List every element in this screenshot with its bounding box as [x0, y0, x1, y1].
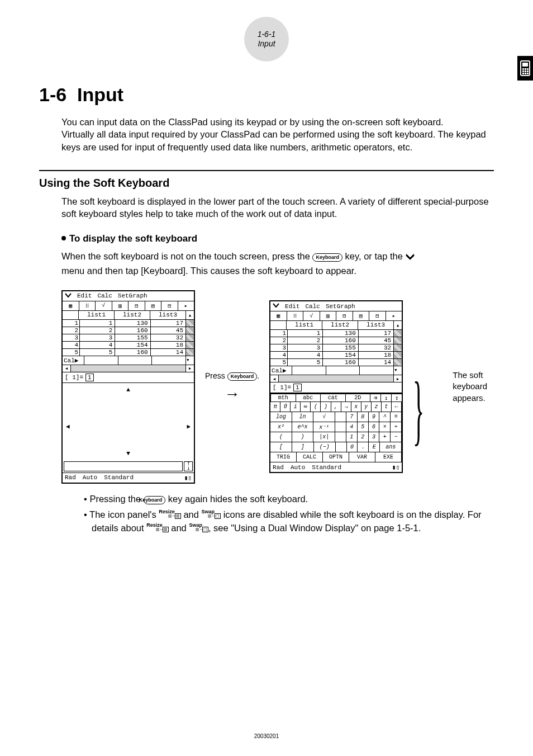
keyboard-key-icon: Keyboard	[227, 372, 258, 381]
battery-icon: ▮▯	[392, 464, 399, 471]
svg-rect-2	[522, 68, 524, 70]
tool-icon: √	[96, 301, 112, 310]
v-menu-icon	[65, 292, 72, 300]
arrow-left-icon: ◀	[66, 422, 70, 429]
tool-icon: ⁞⁞	[79, 301, 96, 310]
tool-icon: ⊟	[129, 301, 145, 310]
section-title: Using the Soft Keyboard	[39, 177, 494, 190]
calculator-icon	[520, 60, 531, 76]
resize-icon: ▥↔▥	[175, 513, 181, 519]
notes-list: Pressing the Keyboard key again hides th…	[61, 493, 494, 535]
footer-datecode: 20030201	[0, 733, 533, 739]
section-rule	[39, 170, 494, 171]
keyboard-key-icon: Keyboard	[144, 496, 166, 504]
svg-rect-7	[527, 70, 529, 72]
note-item: The icon panel's Resize▥↔▥ and Swap▥↔▢ i…	[84, 508, 494, 535]
v-menu-icon	[405, 252, 415, 264]
procedure-text: When the soft keyboard is not on the tou…	[61, 250, 494, 277]
tool-icon: ▦	[63, 301, 79, 310]
battery-icon: ▮▯	[184, 474, 192, 481]
menubar: Edit Calc SetGraph	[63, 291, 194, 301]
tool-icon: ▥	[112, 301, 129, 310]
svg-rect-9	[525, 73, 526, 74]
svg-rect-5	[522, 70, 524, 72]
down-icon: ↧	[391, 394, 402, 402]
page-header-circle: 1-6-1 Input	[244, 17, 289, 62]
swap-icon: ▥↔▢	[215, 513, 221, 519]
resize-icon: ▥↔▥	[163, 527, 169, 532]
tool-icon: ⊟	[161, 301, 178, 310]
arrow-right-icon: ▶	[187, 422, 191, 429]
svg-rect-8	[522, 73, 524, 74]
after-screen: Edit Calc SetGraph ▦⁞⁞√▥ ⊟▤⊟▸ list1 list…	[269, 300, 403, 473]
before-screen: Edit Calc SetGraph ▦ ⁞⁞ √ ▥ ⊟ ▤ ⊟ ▸ list…	[61, 290, 195, 484]
chapter-title: 1-6 Input	[39, 84, 494, 106]
up-icon: ↥	[380, 394, 392, 402]
intro-text: You can input data on the ClassPad using…	[61, 116, 494, 153]
svg-rect-1	[522, 63, 528, 67]
header-pagenum: 1-6-1	[258, 30, 276, 39]
keyboard-key-icon: Keyboard	[312, 253, 342, 262]
v-menu-icon	[273, 303, 279, 310]
close-icon: ⌫	[370, 394, 381, 402]
thumb-tab	[517, 56, 533, 81]
arrow-right-icon: →	[225, 386, 240, 402]
svg-rect-10	[527, 73, 529, 74]
procedure-heading: To display the soft keyboard	[61, 233, 494, 244]
toolbar: ▦ ⁞⁞ √ ▥ ⊟ ▤ ⊟ ▸	[63, 301, 194, 311]
svg-rect-4	[527, 68, 529, 70]
swap-icon: ▥↔▢	[202, 527, 208, 532]
soft-keyboard: mth abc cat 2D ⌫ ↥ ↧ πθi∞(),⇒xyzt←logln√…	[270, 393, 402, 462]
annotation: }The soft keyboard appears.	[413, 370, 492, 404]
arrow-pad: ▲ ▼ ◀ ▶ ⤒⤓	[63, 383, 194, 473]
section-lead: The soft keyboard is displayed in the lo…	[61, 195, 494, 220]
transition: Press Keyboard. →	[205, 371, 259, 402]
arrow-down-icon: ▼	[126, 450, 130, 457]
screens-row: Edit Calc SetGraph ▦ ⁞⁞ √ ▥ ⊟ ▤ ⊟ ▸ list…	[61, 290, 494, 484]
tool-icon: ▤	[145, 301, 162, 310]
header-pagename: Input	[258, 39, 275, 49]
svg-rect-3	[525, 68, 526, 70]
arrow-up-icon: ▲	[126, 386, 130, 393]
svg-rect-6	[525, 70, 526, 72]
note-item: Pressing the Keyboard key again hides th…	[84, 493, 494, 506]
tool-icon: ▸	[178, 301, 194, 310]
